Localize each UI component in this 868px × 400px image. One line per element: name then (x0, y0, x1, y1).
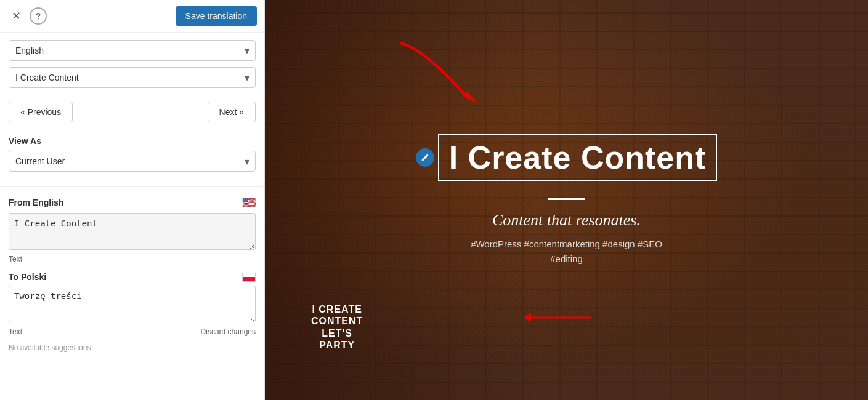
hero-hashtags: #WordPress #contentmarketing #design #SE… (416, 237, 718, 266)
view-as-label: View As (9, 136, 256, 146)
hero-tagline: Content that resonates. (416, 211, 718, 230)
previous-button[interactable]: « Previous (9, 102, 73, 122)
hero-content: I Create Content Content that resonates.… (404, 122, 730, 279)
content-select[interactable]: I Create Content (9, 67, 256, 88)
hero-title-wrapper: I Create Content (416, 134, 718, 181)
target-type-label: Text (9, 327, 22, 336)
close-button[interactable]: ✕ (7, 7, 25, 25)
target-textarea[interactable] (9, 286, 256, 322)
english-flag-icon: 🇺🇸 (242, 196, 256, 209)
save-translation-button[interactable]: Save translation (176, 6, 257, 26)
close-icon: ✕ (12, 9, 21, 23)
hero-divider (548, 198, 585, 200)
to-header: To Polski (9, 272, 256, 282)
nav-buttons: « Previous Next » (0, 102, 264, 130)
top-bar: ✕ ? Save translation (0, 0, 264, 33)
view-as-select-wrapper: Current User Anonymous User (9, 151, 256, 172)
source-textarea[interactable]: I Create Content (9, 213, 256, 250)
right-panel: I Create Content Content that resonates.… (265, 0, 868, 400)
language-select[interactable]: English Polski (9, 40, 256, 61)
no-suggestions-text: No available suggestions (9, 343, 256, 352)
language-select-wrapper: English Polski (9, 40, 256, 61)
translation-section: From English 🇺🇸 I Create Content Text To… (0, 187, 264, 400)
source-type-label: Text (9, 255, 256, 263)
hero-title: I Create Content (449, 140, 707, 175)
target-footer: Text Discard changes (9, 327, 256, 336)
hero-background: I Create Content Content that resonates.… (265, 0, 868, 400)
from-label: From English (9, 198, 63, 207)
from-header: From English 🇺🇸 (9, 196, 256, 209)
view-as-section: View As Current User Anonymous User (0, 130, 264, 187)
to-label: To Polski (9, 272, 46, 282)
polish-flag-icon (242, 273, 256, 282)
top-bar-left: ✕ ? (7, 7, 47, 25)
next-button[interactable]: Next » (208, 102, 256, 122)
shirt-text: I CREATECONTENTLET'SPARTY (311, 303, 363, 351)
discard-changes-button[interactable]: Discard changes (201, 327, 256, 336)
hero-title-box: I Create Content (438, 134, 718, 181)
left-panel: ✕ ? Save translation English Polski I Cr… (0, 0, 265, 400)
dropdowns-section: English Polski I Create Content (0, 33, 264, 102)
help-button[interactable]: ? (30, 7, 47, 25)
edit-icon (416, 148, 434, 167)
content-select-wrapper: I Create Content (9, 67, 256, 88)
help-icon: ? (36, 11, 41, 21)
view-as-select[interactable]: Current User Anonymous User (9, 151, 256, 172)
